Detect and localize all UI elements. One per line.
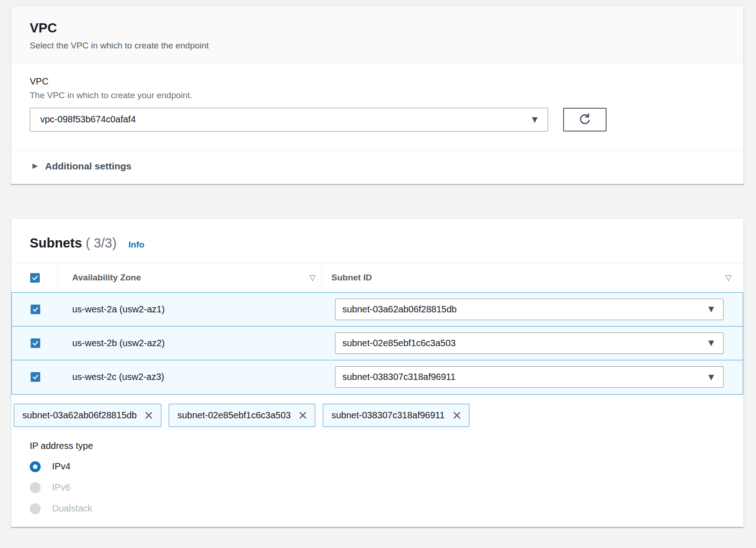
availability-zone-cell: us-west-2b (usw2-az2) [58,327,322,360]
additional-settings-toggle[interactable]: ▶ Additional settings [11,150,743,184]
vpc-select-value: vpc-098f53b674c0afaf4 [40,114,136,125]
table-header: Availability Zone ▽ Subnet ID ▽ [11,263,743,292]
vpc-panel-description: Select the VPC in which to create the en… [30,41,725,51]
token-label: subnet-038307c318af96911 [331,410,445,421]
row-select-cell [12,338,58,348]
subnets-counter: ( 3/3) [85,236,117,250]
vpc-panel: VPC Select the VPC in which to create th… [11,6,744,184]
token-label: subnet-03a62ab06f28815db [22,410,137,421]
vpc-control-row: vpc-098f53b674c0afaf4 ▼ [30,108,725,132]
subnet-select-value: subnet-03a62ab06f28815db [342,304,457,315]
vpc-panel-body: VPC The VPC in which to create your endp… [11,63,743,132]
checkmark-icon [32,340,39,347]
subnet-select-value: subnet-02e85ebf1c6c3a503 [342,338,456,348]
row-checkbox[interactable] [31,372,40,382]
radio-option-ipv6: IPv6 [30,482,725,493]
selected-subnet-tokens: subnet-03a62ab06f28815db subnet-02e85ebf… [14,404,725,427]
row-select-cell [12,305,58,314]
subnet-select[interactable]: subnet-038307c318af96911 ▼ [335,366,724,388]
radio-button-ipv6 [30,482,41,493]
table-rows: us-west-2a (usw2-az1) subnet-03a62ab06f2… [11,292,743,395]
checkmark-icon [32,374,39,380]
info-link[interactable]: Info [128,240,144,250]
availability-zone-value: us-west-2a (usw2-az1) [72,304,165,315]
radio-option-ipv4: IPv4 [30,461,725,472]
refresh-button[interactable] [563,108,607,132]
page: VPC Select the VPC in which to create th… [0,0,756,527]
radio-option-dualstack: Dualstack [30,503,725,514]
ip-address-type-label: IP address type [30,441,725,451]
column-header-label: Subnet ID [331,273,372,283]
subnet-token: subnet-02e85ebf1c6c3a503 [169,404,315,427]
subnet-token: subnet-03a62ab06f28815db [14,404,161,427]
radio-label: Dualstack [52,503,92,514]
subnet-token: subnet-038307c318af96911 [323,404,469,427]
vpc-panel-header: VPC Select the VPC in which to create th… [11,6,743,63]
table-row: us-west-2b (usw2-az2) subnet-02e85ebf1c6… [12,327,743,360]
table-row: us-west-2a (usw2-az1) subnet-03a62ab06f2… [12,293,743,327]
subnets-title: Subnets( 3/3) [30,235,117,251]
subnet-select[interactable]: subnet-02e85ebf1c6c3a503 ▼ [335,332,724,354]
additional-settings-label: Additional settings [45,161,132,172]
table-row: us-west-2c (usw2-az3) subnet-038307c318a… [12,360,743,394]
availability-zone-cell: us-west-2a (usw2-az1) [58,293,322,326]
close-icon [298,411,308,420]
subnet-id-cell: subnet-03a62ab06f28815db ▼ [322,293,743,326]
subnet-id-cell: subnet-02e85ebf1c6c3a503 ▼ [322,327,743,360]
select-all-cell [11,273,58,283]
radio-button-ipv4[interactable] [30,461,41,472]
caret-down-icon: ▼ [708,339,714,347]
row-checkbox[interactable] [31,338,40,348]
row-checkbox[interactable] [31,305,40,314]
availability-zone-value: us-west-2b (usw2-az2) [72,338,165,348]
caret-down-icon: ▼ [708,306,714,313]
close-icon [144,411,154,420]
subnet-select-value: subnet-038307c318af96911 [342,372,456,382]
close-icon [452,411,462,420]
radio-label: IPv4 [52,461,70,472]
availability-zone-cell: us-west-2c (usw2-az3) [58,360,322,394]
caret-down-icon: ▼ [708,374,714,381]
radio-label: IPv6 [52,482,70,493]
token-dismiss-button[interactable] [298,411,308,420]
subnet-select[interactable]: subnet-03a62ab06f28815db ▼ [335,299,724,320]
sort-icon: ▽ [725,274,731,282]
subnet-id-cell: subnet-038307c318af96911 ▼ [322,360,743,394]
token-dismiss-button[interactable] [452,411,462,420]
select-all-checkbox[interactable] [30,273,40,283]
ip-address-type-section: IP address type IPv4 IPv6 Dualstack [30,441,725,514]
sort-icon: ▽ [309,274,315,282]
vpc-select[interactable]: vpc-098f53b674c0afaf4 ▼ [30,108,548,132]
column-header-subnet-id[interactable]: Subnet ID ▽ [322,263,743,292]
row-select-cell [12,372,58,382]
vpc-panel-title: VPC [30,20,725,36]
token-label: subnet-02e85ebf1c6c3a503 [177,410,291,421]
token-dismiss-button[interactable] [144,411,154,420]
checkmark-icon [32,274,38,281]
subnets-panel: Subnets( 3/3) Info Availability Zone ▽ S… [11,218,744,527]
availability-zone-value: us-west-2c (usw2-az3) [72,372,164,382]
column-header-availability-zone[interactable]: Availability Zone ▽ [58,263,322,292]
subnets-panel-header: Subnets( 3/3) Info [11,219,743,263]
subnets-title-text: Subnets [30,236,82,250]
column-header-label: Availability Zone [72,273,141,283]
vpc-field-description: The VPC in which to create your endpoint… [30,90,725,100]
caret-right-icon: ▶ [32,163,38,169]
vpc-field-label: VPC [30,76,725,87]
caret-down-icon: ▼ [532,116,538,123]
refresh-icon [579,113,591,126]
ip-address-type-radio-group: IPv4 IPv6 Dualstack [30,461,725,514]
radio-button-dualstack [30,503,41,514]
checkmark-icon [32,306,39,313]
